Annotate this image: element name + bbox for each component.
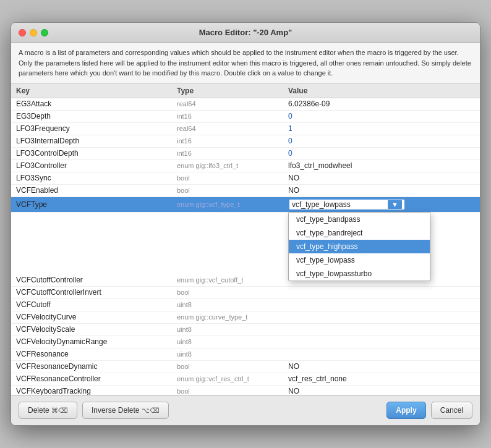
row-key: LFO3InternalDepth bbox=[16, 137, 177, 145]
maximize-button[interactable] bbox=[41, 29, 48, 36]
row-key: LFO3Sync bbox=[16, 174, 177, 182]
dropdown-option-highlighted[interactable]: vcf_type_highpass bbox=[289, 240, 430, 253]
footer: Delete ⌘⌫ Inverse Delete ⌥⌫ Apply Cancel bbox=[11, 395, 480, 425]
dropdown-popup: vcf_type_bandpass vcf_type_bandreject vc… bbox=[288, 212, 430, 281]
row-type: enum gig::curve_type_t bbox=[177, 313, 288, 321]
row-type: uint8 bbox=[177, 301, 288, 308]
row-key: VCFCutoffController bbox=[16, 276, 177, 284]
table-row[interactable]: LFO3ControlDepth int16 0 bbox=[11, 148, 480, 160]
row-key: VCFType bbox=[16, 200, 177, 209]
row-value: 6.02386e-09 bbox=[288, 99, 475, 108]
col-type: Type bbox=[177, 87, 288, 95]
row-type: uint8 bbox=[177, 338, 288, 345]
dropdown-option[interactable]: vcf_type_bandpass bbox=[289, 213, 430, 226]
row-key: VCFKeyboardTracking bbox=[16, 387, 177, 395]
dropdown-option[interactable]: vcf_type_lowpass bbox=[289, 253, 430, 267]
table-row[interactable]: LFO3Sync bool NO bbox=[11, 172, 480, 185]
row-key: VCFResonance bbox=[16, 350, 177, 358]
row-type: enum gig::vcf_res_ctrl_t bbox=[177, 375, 288, 382]
table-row[interactable]: LFO3Frequency real64 1 bbox=[11, 123, 480, 135]
row-type: real64 bbox=[177, 125, 288, 132]
row-key: VCFVelocityScale bbox=[16, 325, 177, 334]
col-value: Value bbox=[288, 87, 475, 95]
row-value: vcf_type_lowpass ▼ vcf_type_bandpass vcf… bbox=[288, 198, 475, 211]
row-type: int16 bbox=[177, 150, 288, 157]
title-bar: Macro Editor: "-20 Amp" bbox=[11, 23, 480, 43]
dropdown-option[interactable]: vcf_type_bandreject bbox=[289, 226, 430, 240]
window-title: Macro Editor: "-20 Amp" bbox=[199, 28, 292, 37]
row-key: VCFVelocityCurve bbox=[16, 313, 177, 321]
row-value: NO bbox=[288, 186, 475, 195]
row-type: enum gig::vcf_type_t bbox=[177, 201, 288, 208]
row-value: 0 bbox=[288, 149, 475, 158]
row-key: LFO3ControlDepth bbox=[16, 149, 177, 158]
table-row[interactable]: EG3Depth int16 0 bbox=[11, 111, 480, 123]
close-button[interactable] bbox=[19, 29, 26, 36]
table-row[interactable]: VCFResonance uint8 bbox=[11, 349, 480, 361]
row-value: lfo3_ctrl_modwheel bbox=[288, 161, 475, 170]
table-row[interactable]: VCFVelocityDynamicRange uint8 bbox=[11, 336, 480, 349]
row-value: vcf_res_ctrl_none bbox=[288, 374, 475, 383]
inverse-delete-button[interactable]: Inverse Delete ⌥⌫ bbox=[82, 402, 169, 419]
row-key: VCFResonanceController bbox=[16, 374, 177, 383]
row-type: real64 bbox=[177, 100, 288, 108]
row-value: 0 bbox=[288, 112, 475, 120]
dropdown-option[interactable]: vcf_type_lowpassturbo bbox=[289, 267, 430, 281]
table-header: Key Type Value bbox=[11, 84, 480, 98]
row-type: uint8 bbox=[177, 350, 288, 358]
row-type: uint8 bbox=[177, 326, 288, 333]
row-value: NO bbox=[288, 362, 475, 371]
macro-editor-window: Macro Editor: "-20 Amp" A macro is a lis… bbox=[11, 22, 480, 426]
row-key: VCFCutoff bbox=[16, 300, 177, 309]
description-text: A macro is a list of parameters and corr… bbox=[11, 43, 480, 84]
dropdown-arrow-icon[interactable]: ▼ bbox=[388, 200, 402, 209]
table-row[interactable]: VCFVelocityCurve enum gig::curve_type_t bbox=[11, 311, 480, 324]
table-body[interactable]: EG3Attack real64 6.02386e-09 EG3Depth in… bbox=[11, 98, 480, 395]
table-row[interactable]: LFO3Controller enum gig::lfo3_ctrl_t lfo… bbox=[11, 160, 480, 172]
table-row[interactable]: VCFResonanceController enum gig::vcf_res… bbox=[11, 373, 480, 386]
table-row[interactable]: VCFVelocityScale uint8 bbox=[11, 324, 480, 336]
table-row-vcftype[interactable]: VCFType enum gig::vcf_type_t vcf_type_lo… bbox=[11, 197, 480, 213]
row-type: bool bbox=[177, 387, 288, 395]
row-key: EG3Attack bbox=[16, 99, 177, 108]
table-row[interactable]: VCFEnabled bool NO bbox=[11, 185, 480, 197]
row-type: enum gig::vcf_cutoff_t bbox=[177, 276, 288, 284]
row-type: bool bbox=[177, 289, 288, 296]
row-type: enum gig::lfo3_ctrl_t bbox=[177, 162, 288, 169]
dropdown-value: vcf_type_lowpass bbox=[292, 200, 351, 209]
table-row[interactable]: VCFKeyboardTracking bool NO bbox=[11, 386, 480, 395]
row-type: bool bbox=[177, 174, 288, 182]
table-row[interactable]: EG3Attack real64 6.02386e-09 bbox=[11, 98, 480, 111]
row-type: bool bbox=[177, 187, 288, 194]
row-type: int16 bbox=[177, 137, 288, 145]
apply-button[interactable]: Apply bbox=[386, 402, 425, 419]
cancel-button[interactable]: Cancel bbox=[431, 402, 472, 419]
table-row[interactable]: VCFResonanceDynamic bool NO bbox=[11, 361, 480, 373]
minimize-button[interactable] bbox=[30, 29, 37, 36]
delete-button[interactable]: Delete ⌘⌫ bbox=[19, 402, 77, 419]
traffic-lights bbox=[19, 29, 48, 36]
table-row[interactable]: VCFCutoff uint8 bbox=[11, 299, 480, 311]
row-value: NO bbox=[288, 387, 475, 395]
row-key: VCFVelocityDynamicRange bbox=[16, 337, 177, 346]
row-value: 0 bbox=[288, 137, 475, 145]
row-key: VCFCutoffControllerInvert bbox=[16, 288, 177, 297]
row-key: EG3Depth bbox=[16, 112, 177, 120]
row-type: int16 bbox=[177, 112, 288, 120]
row-type: bool bbox=[177, 363, 288, 370]
row-key: LFO3Controller bbox=[16, 161, 177, 170]
col-key: Key bbox=[16, 87, 177, 95]
row-key: LFO3Frequency bbox=[16, 124, 177, 133]
table-row[interactable]: VCFCutoffControllerInvert bool bbox=[11, 287, 480, 299]
table-row[interactable]: LFO3InternalDepth int16 0 bbox=[11, 135, 480, 148]
row-value: NO bbox=[288, 174, 475, 182]
row-key: VCFResonanceDynamic bbox=[16, 362, 177, 371]
row-key: VCFEnabled bbox=[16, 186, 177, 195]
row-value: 1 bbox=[288, 124, 475, 133]
